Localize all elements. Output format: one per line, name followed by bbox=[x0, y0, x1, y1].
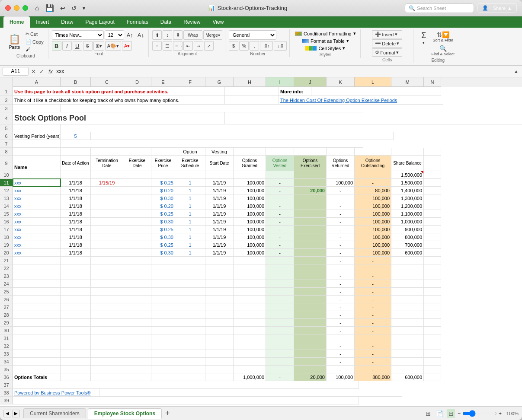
cell-d16[interactable] bbox=[123, 218, 151, 226]
cell-n25[interactable] bbox=[424, 288, 441, 296]
cell-m27[interactable] bbox=[391, 303, 424, 311]
cell-f24[interactable] bbox=[175, 280, 205, 288]
cell-m16[interactable]: 1,000,000 bbox=[391, 218, 424, 226]
cell-g26[interactable] bbox=[205, 296, 234, 303]
cell-e18[interactable]: $ 0.30 bbox=[151, 233, 175, 241]
cell-b19[interactable]: 1/1/18 bbox=[61, 241, 91, 249]
bold-button[interactable]: B bbox=[52, 41, 61, 51]
sum-button[interactable]: Σ ▾ bbox=[420, 30, 428, 46]
sheet-nav-left[interactable]: ◀ bbox=[3, 410, 11, 417]
cell-h26[interactable] bbox=[234, 296, 266, 303]
row-num-35[interactable]: 35 bbox=[0, 366, 13, 373]
cell-f34[interactable] bbox=[175, 358, 205, 366]
cell-i30[interactable] bbox=[266, 327, 294, 334]
cell-a13[interactable]: xxx bbox=[13, 194, 61, 202]
cell-l31[interactable]: - bbox=[355, 334, 391, 342]
cell-l35[interactable]: - bbox=[355, 366, 391, 373]
cell-i29[interactable] bbox=[266, 319, 294, 327]
cell-n35[interactable] bbox=[424, 366, 441, 373]
cell-m21[interactable] bbox=[391, 257, 424, 264]
row-num-16[interactable]: 16 bbox=[0, 218, 13, 226]
cell-a3[interactable] bbox=[13, 105, 61, 112]
cell-c9[interactable]: Termination Date bbox=[91, 156, 123, 171]
cell-f22[interactable] bbox=[175, 264, 205, 272]
cell-a6[interactable]: Vesting Period (years) bbox=[13, 132, 61, 140]
cell-i28[interactable] bbox=[266, 311, 294, 319]
cell-m29[interactable] bbox=[391, 319, 424, 327]
cell-a7[interactable] bbox=[13, 140, 61, 148]
cell-b10[interactable] bbox=[61, 171, 91, 179]
cell-c19[interactable] bbox=[91, 241, 123, 249]
cell-i33[interactable] bbox=[266, 350, 294, 358]
cell-n16[interactable] bbox=[424, 218, 441, 226]
cell-b16[interactable]: 1/1/18 bbox=[61, 218, 91, 226]
cell-g17[interactable]: 1/1/19 bbox=[205, 226, 234, 233]
row-num-20[interactable]: 20 bbox=[0, 249, 13, 257]
cell-i35[interactable] bbox=[266, 366, 294, 373]
cell-h24[interactable] bbox=[234, 280, 266, 288]
cell-j16[interactable] bbox=[294, 218, 327, 226]
cell-a12[interactable]: xxx bbox=[13, 187, 61, 194]
cell-e11[interactable]: $ 0.25 bbox=[151, 179, 175, 187]
cell-f21[interactable] bbox=[175, 257, 205, 264]
cell-c14[interactable] bbox=[91, 202, 123, 210]
cell-b11[interactable]: 1/1/18 bbox=[61, 179, 91, 187]
row-num-22[interactable]: 22 bbox=[0, 264, 13, 272]
cell-n20[interactable] bbox=[424, 249, 441, 257]
row-num-3[interactable]: 3 bbox=[0, 105, 13, 112]
cell-i1[interactable] bbox=[311, 87, 441, 96]
page-layout-view-btn[interactable]: ⊟ bbox=[447, 409, 455, 418]
align-bottom-btn[interactable]: ⬇ bbox=[173, 30, 183, 40]
sort-filter-button[interactable]: ⇅🔽 Sort & Filter bbox=[430, 30, 457, 43]
cell-a11[interactable]: xxx bbox=[13, 179, 61, 187]
cell-k11[interactable]: 100,000 bbox=[327, 179, 355, 187]
undo-icon[interactable]: ↩ bbox=[58, 4, 67, 13]
cell-f26[interactable] bbox=[175, 296, 205, 303]
cell-j8[interactable] bbox=[294, 148, 327, 156]
cell-m20[interactable]: 600,000 bbox=[391, 249, 424, 257]
cell-b23[interactable] bbox=[61, 272, 91, 280]
cell-e13[interactable]: $ 0.30 bbox=[151, 194, 175, 202]
row-num-19[interactable]: 19 bbox=[0, 241, 13, 249]
cell-e32[interactable] bbox=[151, 342, 175, 350]
cell-a23[interactable] bbox=[13, 272, 61, 280]
row-num-36[interactable]: 36 bbox=[0, 373, 13, 381]
copy-button[interactable]: 📄 Copy bbox=[24, 38, 45, 45]
cell-k12[interactable]: - bbox=[327, 187, 355, 194]
cell-i36[interactable]: - bbox=[266, 373, 294, 381]
cell-b32[interactable] bbox=[61, 342, 91, 350]
col-header-d[interactable]: D bbox=[123, 77, 151, 87]
cell-c27[interactable] bbox=[91, 303, 123, 311]
cell-i19[interactable]: - bbox=[266, 241, 294, 249]
cell-m12[interactable]: 1,400,000 bbox=[391, 187, 424, 194]
cell-e36[interactable] bbox=[151, 373, 175, 381]
cell-n26[interactable] bbox=[424, 296, 441, 303]
decrease-font-btn[interactable]: A↓ bbox=[136, 31, 146, 39]
row-num-26[interactable]: 26 bbox=[0, 296, 13, 303]
cell-l19[interactable]: 100,000 bbox=[355, 241, 391, 249]
cell-c12[interactable] bbox=[91, 187, 123, 194]
cell-b25[interactable] bbox=[61, 288, 91, 296]
cell-c8[interactable] bbox=[91, 148, 123, 156]
cell-l20[interactable]: 100,000 bbox=[355, 249, 391, 257]
cell-f19[interactable]: 1 bbox=[175, 241, 205, 249]
fill-color-button[interactable]: A🎨▾ bbox=[105, 41, 121, 51]
cell-m14[interactable]: 1,200,000 bbox=[391, 202, 424, 210]
cell-h32[interactable] bbox=[234, 342, 266, 350]
cell-c10[interactable] bbox=[91, 171, 123, 179]
cell-e20[interactable]: $ 0.30 bbox=[151, 249, 175, 257]
row-num-2[interactable]: 2 bbox=[0, 96, 13, 105]
cell-m22[interactable] bbox=[391, 264, 424, 272]
close-button[interactable] bbox=[5, 5, 11, 11]
cell-i12[interactable]: - bbox=[266, 187, 294, 194]
cell-j17[interactable] bbox=[294, 226, 327, 233]
cell-d12[interactable] bbox=[123, 187, 151, 194]
cell-e34[interactable] bbox=[151, 358, 175, 366]
cell-k24[interactable]: - bbox=[327, 280, 355, 288]
cell-d34[interactable] bbox=[123, 358, 151, 366]
col-header-e[interactable]: E bbox=[151, 77, 175, 87]
text-direction-btn[interactable]: ↗ bbox=[204, 41, 214, 51]
cell-k25[interactable]: - bbox=[327, 288, 355, 296]
cell-d8[interactable] bbox=[123, 148, 151, 156]
paste-button[interactable]: 📋 Paste bbox=[6, 32, 23, 51]
